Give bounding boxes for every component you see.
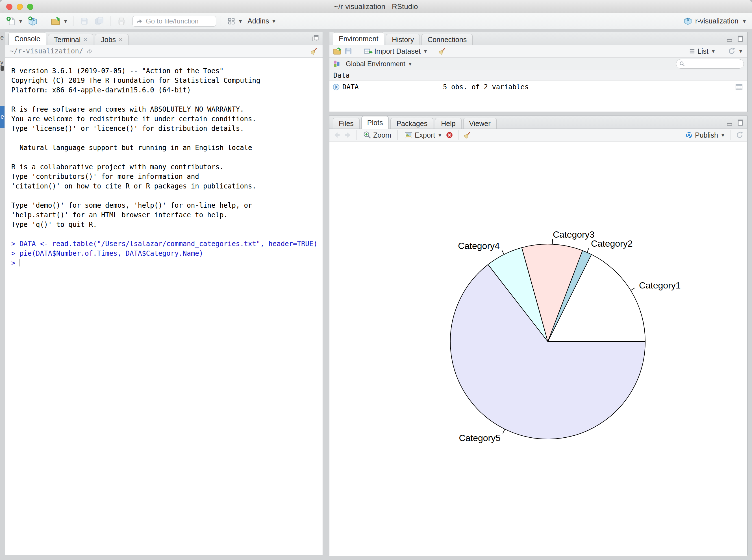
- tab-label: Jobs: [101, 34, 116, 45]
- addins-button[interactable]: Addins: [246, 16, 277, 26]
- console-path-bar: ~/r-visualization/: [5, 45, 323, 58]
- console-output-line: Type 'q()' to quit R.: [11, 220, 323, 229]
- console-output-line: [11, 191, 323, 201]
- print-button[interactable]: [115, 15, 128, 27]
- tab-label: Connections: [427, 34, 467, 45]
- environment-search-input[interactable]: [687, 60, 738, 68]
- toolbar-separator: [721, 46, 721, 56]
- tab-label: Console: [15, 33, 40, 44]
- object-value: 5 obs. of 2 variables: [443, 83, 529, 91]
- environment-object-row[interactable]: DATA 5 obs. of 2 variables: [329, 81, 747, 93]
- save-all-icon: [94, 16, 104, 26]
- background-text-fragment: e: [0, 34, 4, 41]
- console-output[interactable]: R version 3.6.1 (2019-07-05) -- "Action …: [5, 58, 323, 555]
- next-plot-arrow-icon[interactable]: [344, 131, 352, 139]
- console-input-line: >: [11, 258, 323, 268]
- background-window-sliver: e y e: [0, 32, 4, 555]
- r-project-cube-icon: R: [683, 17, 692, 26]
- toolbar-separator: [73, 16, 74, 26]
- window-title: ~/r-visualization - RStudio: [0, 0, 752, 13]
- export-plot-button[interactable]: Export: [402, 129, 443, 141]
- goto-file-search[interactable]: [133, 16, 216, 26]
- publish-plot-button[interactable]: Publish: [683, 130, 726, 140]
- save-button[interactable]: [78, 16, 90, 27]
- maximize-pane-icon[interactable]: [736, 119, 744, 126]
- minimize-pane-icon[interactable]: [726, 119, 734, 126]
- previous-plot-arrow-icon[interactable]: [333, 131, 341, 139]
- console-output-line: You are welcome to redistribute it under…: [11, 114, 323, 124]
- pie-label-tick: [631, 288, 635, 291]
- minimize-pane-icon[interactable]: [726, 35, 734, 42]
- tab-help[interactable]: Help: [435, 118, 461, 128]
- pie-label-tick: [587, 248, 589, 252]
- background-text-fragment: e: [1, 113, 4, 120]
- project-name-label: r-visualization: [695, 17, 738, 25]
- tab-label: Packages: [397, 118, 427, 129]
- object-name-cell: DATA: [329, 81, 439, 93]
- import-dataset-button[interactable]: Import Dataset: [362, 45, 429, 57]
- save-icon: [80, 17, 89, 26]
- addins-label: Addins: [247, 17, 269, 25]
- refresh-environment-button[interactable]: [726, 46, 744, 57]
- new-project-button[interactable]: R: [26, 15, 40, 27]
- clear-all-plots-broom-icon[interactable]: [463, 131, 471, 139]
- console-input-line: > pie(DATA$Number.of.Times, DATA$Categor…: [11, 248, 323, 258]
- background-text-fragment: y: [0, 59, 3, 66]
- tab-jobs[interactable]: Jobs: [95, 34, 128, 45]
- plots-tabbar: Files Plots Packages Help Viewer: [329, 116, 747, 129]
- tab-terminal[interactable]: Terminal: [48, 34, 94, 45]
- refresh-icon: [727, 47, 736, 55]
- tab-packages[interactable]: Packages: [390, 118, 433, 128]
- environment-search-box[interactable]: [676, 59, 744, 69]
- goto-file-input[interactable]: [145, 17, 209, 25]
- clear-environment-broom-icon[interactable]: [438, 47, 446, 55]
- panes-grid-icon: [227, 17, 236, 25]
- tab-environment[interactable]: Environment: [333, 32, 384, 45]
- maximize-pane-icon[interactable]: [311, 35, 319, 42]
- tab-plots[interactable]: Plots: [361, 116, 389, 129]
- console-output-line: R is free software and comes with ABSOLU…: [11, 104, 323, 114]
- maximize-pane-icon[interactable]: [736, 35, 744, 42]
- environment-scope-selector[interactable]: Global Environment: [344, 59, 413, 69]
- plots-pane: Files Plots Packages Help Viewer: [329, 116, 748, 555]
- project-menu-button[interactable]: R r-visualization: [682, 16, 748, 27]
- tab-connections[interactable]: Connections: [422, 34, 473, 45]
- toolbar-separator: [221, 16, 221, 26]
- global-environment-icon: [333, 60, 341, 68]
- save-workspace-icon[interactable]: [344, 47, 352, 55]
- save-all-button[interactable]: [93, 15, 106, 27]
- print-icon: [117, 16, 126, 26]
- load-workspace-folder-icon[interactable]: [333, 47, 342, 56]
- import-dataset-icon: [364, 47, 372, 56]
- object-value-cell: 5 obs. of 2 variables: [439, 83, 747, 91]
- tab-label: Plots: [367, 117, 383, 128]
- view-table-icon[interactable]: [735, 83, 743, 91]
- list-view-button[interactable]: List: [687, 46, 716, 57]
- close-icon[interactable]: [83, 36, 87, 43]
- tab-history[interactable]: History: [386, 34, 420, 45]
- list-icon: [688, 47, 696, 55]
- tab-viewer[interactable]: Viewer: [463, 118, 496, 128]
- toolbar-separator: [357, 130, 357, 140]
- toolbar-separator: [110, 16, 110, 26]
- new-file-button[interactable]: [4, 15, 24, 27]
- title-bar[interactable]: ~/r-visualization - RStudio: [0, 0, 752, 13]
- close-icon[interactable]: [119, 36, 123, 43]
- console-output-line: [11, 153, 323, 162]
- tab-files[interactable]: Files: [333, 118, 360, 128]
- workspace-panes-button[interactable]: [225, 16, 244, 26]
- console-output-line: 'help.start()' for an HTML browser inter…: [11, 210, 323, 220]
- refresh-plot-icon[interactable]: [735, 131, 744, 139]
- tab-console[interactable]: Console: [8, 32, 46, 45]
- go-to-directory-icon[interactable]: [86, 48, 93, 55]
- open-file-button[interactable]: [49, 15, 69, 27]
- remove-plot-icon[interactable]: [445, 131, 454, 139]
- publish-icon: [685, 131, 693, 139]
- background-selected-item-fragment: e: [0, 106, 4, 128]
- tab-label: Help: [441, 118, 455, 129]
- zoom-plot-button[interactable]: Zoom: [361, 130, 393, 140]
- clear-console-broom-icon[interactable]: [310, 47, 318, 55]
- console-output-line: [11, 229, 323, 239]
- expand-object-icon[interactable]: [332, 83, 340, 91]
- pie-label: Category4: [458, 241, 500, 251]
